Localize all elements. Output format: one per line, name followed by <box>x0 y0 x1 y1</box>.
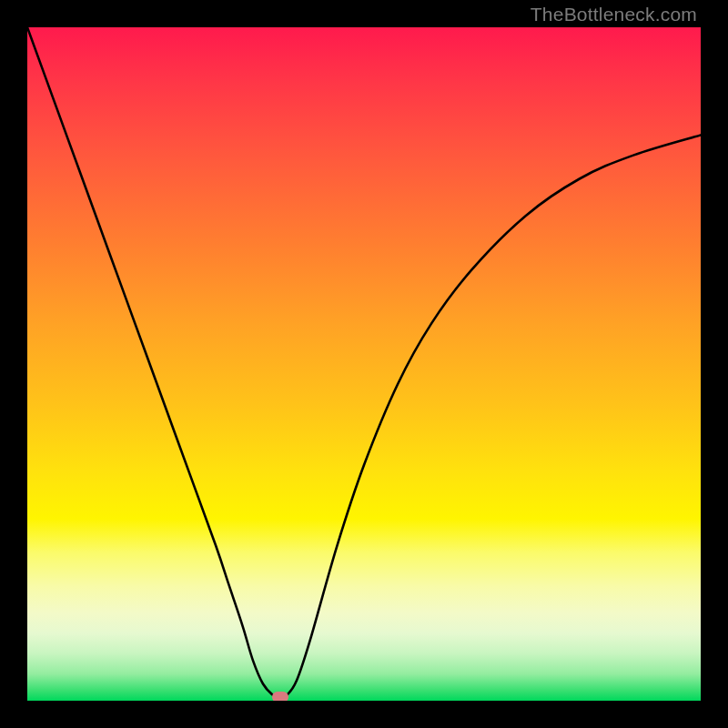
curve-svg <box>27 27 701 701</box>
minimum-marker <box>272 692 288 701</box>
watermark-text: TheBottleneck.com <box>531 4 697 25</box>
bottleneck-curve-path <box>27 27 701 697</box>
chart-frame <box>27 27 701 701</box>
